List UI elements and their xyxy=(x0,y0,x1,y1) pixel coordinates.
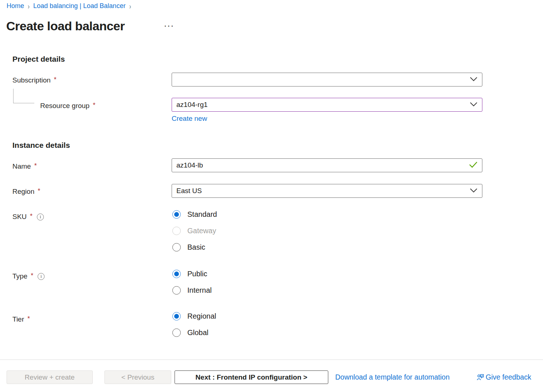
required-asterisk: * xyxy=(27,315,30,323)
info-icon[interactable] xyxy=(37,214,44,220)
next-frontend-ip-button[interactable]: Next : Frontend IP configuration > xyxy=(175,370,328,384)
section-heading-instance-details: Instance details xyxy=(12,141,70,150)
page-title: Create load balancer xyxy=(6,19,125,33)
radio-option-label: Internal xyxy=(187,286,212,295)
resource-group-label-text: Resource group xyxy=(40,102,89,110)
subscription-dropdown[interactable] xyxy=(172,73,482,87)
footer-divider xyxy=(0,360,543,360)
radio-selected-icon xyxy=(172,210,181,219)
required-asterisk: * xyxy=(31,272,33,280)
feedback-icon xyxy=(477,373,484,381)
info-icon[interactable] xyxy=(38,273,45,280)
breadcrumb-link-home[interactable]: Home xyxy=(7,2,24,10)
download-template-label: Download a template for automation xyxy=(335,373,450,381)
previous-button[interactable]: < Previous xyxy=(104,370,171,384)
radio-selected-icon xyxy=(172,312,181,320)
breadcrumb: Home › Load balancing | Load Balancer › xyxy=(7,2,131,10)
more-options-button[interactable]: ··· xyxy=(164,23,175,30)
radio-selected-icon xyxy=(172,270,181,278)
create-new-link[interactable]: Create new xyxy=(172,115,207,123)
radio-option-label: Regional xyxy=(187,312,216,320)
radio-option-label: Global xyxy=(187,328,209,337)
name-input[interactable] xyxy=(176,161,469,169)
review-create-button[interactable]: Review + create xyxy=(7,370,93,384)
give-feedback-label: Give feedback xyxy=(486,373,531,381)
name-input-wrapper xyxy=(172,158,482,172)
breadcrumb-link-load-balancing[interactable]: Load balancing | Load Balancer xyxy=(33,2,126,10)
sku-option-basic[interactable]: Basic xyxy=(172,242,205,253)
give-feedback-link[interactable]: Give feedback xyxy=(477,370,531,384)
sku-label-text: SKU xyxy=(12,213,27,221)
required-asterisk: * xyxy=(34,162,37,170)
radio-option-label: Basic xyxy=(187,243,205,251)
resource-group-value: az104-rg1 xyxy=(176,101,208,109)
required-asterisk: * xyxy=(38,187,40,195)
required-asterisk: * xyxy=(93,101,95,109)
breadcrumb-chevron-icon: › xyxy=(28,2,30,10)
radio-unselected-icon xyxy=(172,286,181,295)
type-option-internal[interactable]: Internal xyxy=(172,285,212,296)
breadcrumb-chevron-icon: › xyxy=(129,2,131,10)
tier-option-regional[interactable]: Regional xyxy=(172,311,216,322)
region-label: Region * xyxy=(12,187,40,196)
radio-option-label: Public xyxy=(187,270,207,278)
name-label: Name * xyxy=(12,162,37,171)
radio-option-label: Gateway xyxy=(187,227,216,235)
tier-label-text: Tier xyxy=(12,315,24,323)
region-label-text: Region xyxy=(12,188,34,196)
resource-group-label: Resource group * xyxy=(40,101,95,111)
type-option-public[interactable]: Public xyxy=(172,268,207,279)
chevron-down-icon xyxy=(470,187,478,195)
chevron-down-icon xyxy=(470,76,478,84)
radio-option-label: Standard xyxy=(187,210,217,219)
radio-unselected-icon xyxy=(172,243,181,251)
subscription-label: Subscription * xyxy=(12,76,57,85)
sku-label: SKU * xyxy=(12,212,44,222)
region-dropdown[interactable]: East US xyxy=(172,184,482,198)
type-label: Type * xyxy=(12,272,45,281)
download-template-link[interactable]: Download a template for automation xyxy=(335,370,450,384)
valid-check-icon xyxy=(469,161,478,170)
section-heading-project-details: Project details xyxy=(12,55,65,64)
sku-option-standard[interactable]: Standard xyxy=(172,209,217,220)
required-asterisk: * xyxy=(54,76,57,84)
resource-group-dropdown[interactable]: az104-rg1 xyxy=(172,98,482,112)
region-value: East US xyxy=(176,187,202,195)
type-label-text: Type xyxy=(12,272,27,280)
subscription-resource-group-connector xyxy=(13,89,34,103)
tier-option-global[interactable]: Global xyxy=(172,327,209,338)
name-label-text: Name xyxy=(12,162,31,170)
required-asterisk: * xyxy=(30,212,32,220)
tier-label: Tier * xyxy=(12,315,30,324)
create-load-balancer-page: Home › Load balancing | Load Balancer › … xyxy=(0,0,543,392)
radio-unselected-icon xyxy=(172,328,181,337)
radio-disabled-icon xyxy=(172,227,181,235)
sku-option-gateway: Gateway xyxy=(172,225,216,236)
chevron-down-icon xyxy=(470,101,478,109)
subscription-label-text: Subscription xyxy=(12,76,51,84)
